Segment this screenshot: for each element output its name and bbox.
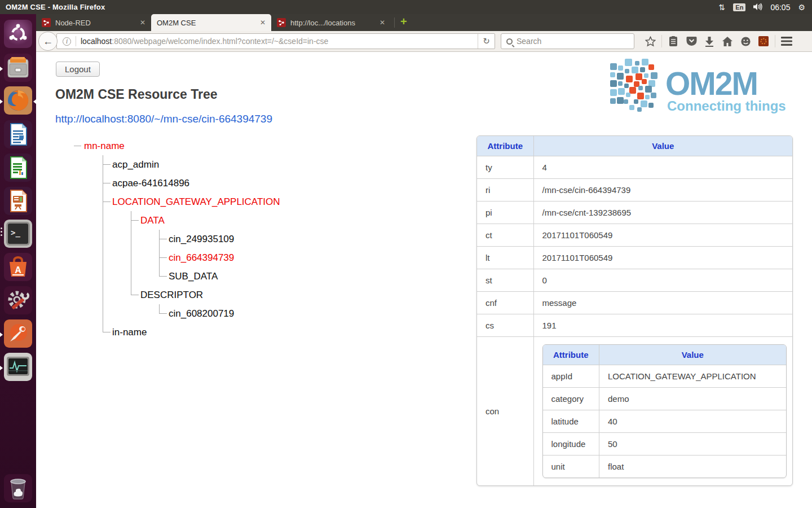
- tree-node: acpae-641614896: [112, 174, 280, 192]
- value-cell: 40: [599, 410, 786, 433]
- logout-button[interactable]: Logout: [56, 62, 100, 77]
- launcher-libreoffice-writer-icon[interactable]: [4, 120, 32, 148]
- launcher-libreoffice-calc-icon[interactable]: [4, 154, 32, 182]
- search-icon: [506, 38, 513, 45]
- tab-locations[interactable]: http://loc.../locations ✕: [271, 14, 391, 31]
- node-red-favicon: [42, 18, 51, 27]
- firefox-window: Node-RED ✕ OM2M CSE ✕ http://loc.../loca…: [36, 14, 812, 508]
- tab-title: OM2M CSE: [157, 19, 196, 27]
- tree-node-label[interactable]: cin_664394739: [169, 252, 234, 263]
- launcher-system-settings-icon[interactable]: [4, 286, 32, 314]
- attribute-cell: cs: [477, 314, 533, 337]
- value-cell: LOCATION_GATEWAY_APPLICATION: [599, 365, 786, 388]
- url-bar[interactable]: i localhost:8080/webpage/welcome/index.h…: [56, 33, 495, 49]
- tree-node-label[interactable]: in-name: [112, 327, 147, 338]
- feedback-smiley-icon[interactable]: [736, 33, 754, 50]
- launcher-ubuntu-dash-icon[interactable]: [4, 20, 32, 48]
- launcher-files-icon[interactable]: [4, 54, 32, 82]
- tree-node-label[interactable]: cin_249935109: [169, 234, 234, 244]
- table-row: cnfmessage: [477, 292, 792, 314]
- back-button[interactable]: ←: [38, 32, 58, 51]
- bookmark-star-icon[interactable]: [641, 33, 659, 50]
- system-monitor-running-indicator: [0, 366, 3, 370]
- tab-close-icon[interactable]: ✕: [374, 19, 385, 27]
- om2m-logo: OM2M Connecting things: [609, 58, 795, 115]
- tree-node-label[interactable]: acp_admin: [112, 159, 159, 170]
- url-path: :8080/webpage/welcome/index.html?context…: [112, 37, 328, 46]
- keyboard-layout-indicator[interactable]: En: [733, 3, 745, 11]
- om2m-logo-subtitle: Connecting things: [667, 98, 786, 113]
- tree-node: LOCATION_GATEWAY_APPLICATIONDATAcin_2499…: [112, 192, 280, 323]
- attribute-cell: lt: [477, 247, 533, 269]
- system-tray: ⇅ En 06:05 ⚙: [719, 3, 812, 12]
- terminal-running-pip: [1, 234, 2, 236]
- tab-separator: [394, 17, 395, 28]
- attribute-cell: pi: [477, 202, 533, 224]
- table-row: pi/mn-cse/cnt-139238695: [477, 202, 792, 224]
- ubuntu-extension-icon[interactable]: [754, 33, 773, 50]
- tree-node-label[interactable]: mn-name: [84, 141, 125, 151]
- tree-node-label[interactable]: LOCATION_GATEWAY_APPLICATION: [112, 196, 280, 207]
- search-placeholder: Search: [517, 37, 541, 46]
- attribute-header: Attribute: [477, 136, 533, 156]
- launcher-terminal-icon[interactable]: >_: [4, 220, 32, 248]
- postman-running-indicator: [0, 332, 3, 337]
- bookmarks-list-icon[interactable]: [664, 33, 682, 50]
- session-gear-icon[interactable]: ⚙: [798, 3, 805, 11]
- search-box[interactable]: Search: [501, 33, 634, 49]
- tree-node-label[interactable]: DATA: [140, 215, 165, 226]
- value-cell: message: [533, 292, 792, 314]
- node-red-favicon: [277, 18, 286, 27]
- attribute-cell: ri: [477, 179, 533, 202]
- downloads-icon[interactable]: [700, 33, 718, 50]
- web-page-content: Logout OM2M CSE Resource Tree http://loc…: [36, 52, 812, 508]
- launcher-postman-icon[interactable]: [4, 319, 32, 348]
- tree-node: DATAcin_249935109cin_664394739SUB_DATA: [140, 211, 280, 286]
- value-cell: 20171101T060549: [533, 247, 792, 269]
- tree-node-label[interactable]: DESCRIPTOR: [140, 290, 203, 300]
- unity-launcher: >_ A: [0, 14, 36, 508]
- table-row: cs191: [477, 314, 792, 337]
- table-row: ct20171101T060549: [477, 224, 792, 247]
- clock[interactable]: 06:05: [770, 3, 790, 12]
- home-icon[interactable]: [718, 33, 736, 50]
- tab-close-icon[interactable]: ✕: [134, 19, 145, 27]
- launcher-ubuntu-software-icon[interactable]: A: [4, 253, 32, 281]
- new-tab-button[interactable]: +: [398, 14, 412, 31]
- pocket-icon[interactable]: [682, 33, 700, 50]
- reload-button[interactable]: ↻: [478, 34, 495, 49]
- svg-text:>_: >_: [11, 228, 20, 238]
- launcher-libreoffice-impress-icon[interactable]: [4, 187, 32, 215]
- value-cell: 191: [533, 314, 792, 337]
- value-cell: AttributeValueappIdLOCATION_GATEWAY_APPL…: [533, 337, 792, 486]
- tab-close-icon[interactable]: ✕: [254, 19, 266, 27]
- page-title: OM2M CSE Resource Tree: [55, 87, 218, 102]
- url-text[interactable]: localhost:8080/webpage/welcome/index.htm…: [81, 37, 478, 46]
- tree-node-label[interactable]: SUB_DATA: [169, 271, 218, 282]
- tree-node-label[interactable]: cin_608200719: [169, 308, 234, 319]
- tab-om2m-cse[interactable]: OM2M CSE ✕: [151, 14, 271, 31]
- url-host: localhost: [81, 37, 112, 46]
- tree-node: SUB_DATA: [169, 267, 280, 286]
- attribute-cell: category: [543, 388, 599, 410]
- table-row: appIdLOCATION_GATEWAY_APPLICATION: [543, 365, 786, 388]
- network-arrows-icon[interactable]: ⇅: [719, 3, 726, 11]
- nested-attribute-header: Attribute: [543, 345, 599, 365]
- resource-link[interactable]: http://localhost:8080/~/mn-cse/cin-66439…: [55, 113, 272, 125]
- site-info-icon[interactable]: i: [63, 37, 71, 46]
- launcher-system-monitor-icon[interactable]: [4, 353, 32, 381]
- url-separator: [76, 36, 76, 46]
- value-cell: 50: [599, 433, 786, 456]
- toolbar-separator: [775, 35, 775, 47]
- tree-node: cin_608200719: [169, 304, 280, 323]
- launcher-trash-icon[interactable]: [4, 474, 32, 502]
- tab-node-red[interactable]: Node-RED ✕: [36, 14, 151, 31]
- tree-node: acp_admin: [112, 155, 280, 174]
- tree-node-label[interactable]: acpae-641614896: [112, 178, 189, 189]
- volume-icon[interactable]: [753, 3, 762, 12]
- launcher-firefox-icon[interactable]: [4, 86, 32, 115]
- attribute-cell: ty: [477, 156, 533, 179]
- terminal-running-pip: [1, 227, 2, 229]
- svg-text:A: A: [15, 265, 21, 275]
- menu-hamburger-icon[interactable]: [778, 33, 796, 50]
